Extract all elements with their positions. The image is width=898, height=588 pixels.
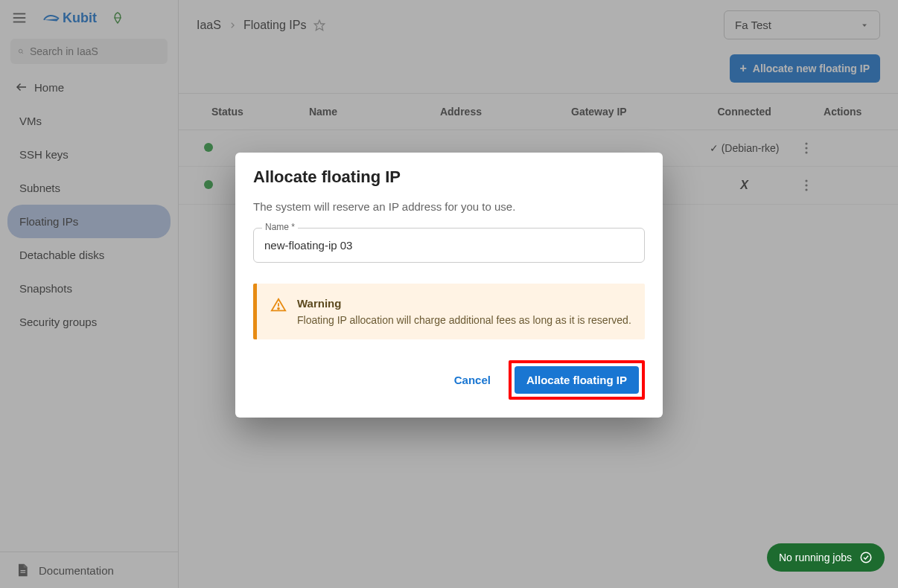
allocate-button-label: Allocate floating IP — [526, 374, 627, 386]
cancel-button-label: Cancel — [454, 374, 491, 386]
jobs-status-pill[interactable]: No running jobs — [767, 543, 885, 572]
name-field-input[interactable] — [253, 228, 645, 263]
modal-title: Allocate floating IP — [253, 167, 645, 187]
modal-description: The system will reserve an IP address fo… — [253, 200, 645, 213]
warning-alert: Warning Floating IP allocation will char… — [253, 284, 645, 339]
name-field-label: Name * — [262, 222, 298, 232]
highlighted-allocate-button-frame: Allocate floating IP — [509, 360, 645, 400]
warning-title: Warning — [297, 297, 631, 310]
svg-point-19 — [278, 308, 279, 310]
warning-triangle-icon — [270, 297, 287, 326]
check-circle-icon — [859, 551, 873, 564]
modal-overlay[interactable]: Allocate floating IP The system will res… — [0, 0, 898, 588]
cancel-button[interactable]: Cancel — [447, 366, 498, 394]
allocate-floating-ip-button[interactable]: Allocate floating IP — [515, 366, 639, 394]
allocate-floating-ip-modal: Allocate floating IP The system will res… — [235, 153, 663, 418]
warning-text: Floating IP allocation will charge addit… — [297, 314, 631, 326]
jobs-status-label: No running jobs — [779, 552, 852, 563]
svg-point-20 — [861, 552, 871, 563]
